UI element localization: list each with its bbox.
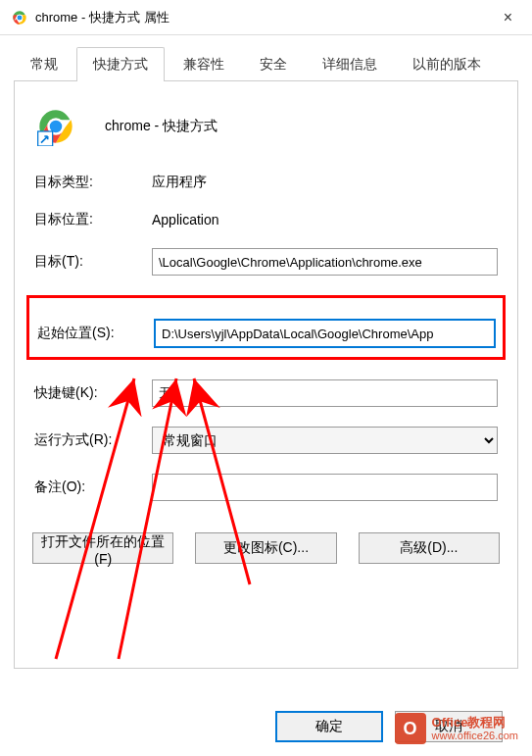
titlebar: chrome - 快捷方式 属性 × [0,0,532,35]
value-target-location: Application [152,212,219,227]
button-row: 打开文件所在的位置(F) 更改图标(C)... 高级(D)... [32,532,500,564]
header-title: chrome - 快捷方式 [105,118,218,135]
tab-security[interactable]: 安全 [243,47,304,81]
tab-previous[interactable]: 以前的版本 [396,47,498,81]
watermark-icon: O [395,713,426,744]
advanced-button[interactable]: 高级(D)... [359,532,500,564]
row-target-type: 目标类型: 应用程序 [32,174,500,191]
watermark-text: Office教程网 www.office26.com [432,716,518,741]
tab-details[interactable]: 详细信息 [306,47,394,81]
value-target-type: 应用程序 [152,174,207,191]
change-icon-button[interactable]: 更改图标(C)... [195,532,336,564]
label-target-location: 目标位置: [34,211,152,228]
tab-general[interactable]: 常规 [14,47,74,81]
watermark: O Office教程网 www.office26.com [395,713,518,744]
ok-button[interactable]: 确定 [275,711,383,742]
tab-shortcut[interactable]: 快捷方式 [76,47,165,81]
label-run: 运行方式(R): [34,431,152,449]
watermark-brand: Office教程网 [432,716,518,730]
open-location-button[interactable]: 打开文件所在的位置(F) [32,532,173,564]
highlight-box: 起始位置(S): [26,295,506,360]
select-run[interactable]: 常规窗口 [152,427,498,454]
label-start-in: 起始位置(S): [37,325,155,342]
input-shortcut-key[interactable] [152,379,498,407]
label-target-type: 目标类型: [34,174,152,191]
row-target-location: 目标位置: Application [32,211,500,228]
input-comment[interactable] [152,474,498,501]
label-comment: 备注(O): [34,479,152,496]
tabs: 常规 快捷方式 兼容性 安全 详细信息 以前的版本 [0,35,532,81]
label-shortcut-key: 快捷键(K): [34,384,152,402]
tab-compatibility[interactable]: 兼容性 [167,47,241,81]
input-start-in[interactable] [155,320,495,347]
row-comment: 备注(O): [32,474,500,501]
row-start-in: 起始位置(S): [35,320,497,347]
row-shortcut-key: 快捷键(K): [32,379,500,407]
row-target: 目标(T): [32,248,500,276]
header-row: chrome - 快捷方式 [32,99,500,174]
tab-content: chrome - 快捷方式 目标类型: 应用程序 目标位置: Applicati… [14,80,518,669]
window-title: chrome - 快捷方式 属性 [35,9,169,26]
chrome-shortcut-icon [36,107,75,146]
chrome-icon [12,10,27,25]
label-target: 目标(T): [34,253,152,271]
titlebar-left: chrome - 快捷方式 属性 [12,9,169,26]
input-target[interactable] [152,248,498,276]
watermark-url: www.office26.com [432,730,518,741]
row-run: 运行方式(R): 常规窗口 [32,427,500,454]
close-button[interactable]: × [496,5,520,30]
